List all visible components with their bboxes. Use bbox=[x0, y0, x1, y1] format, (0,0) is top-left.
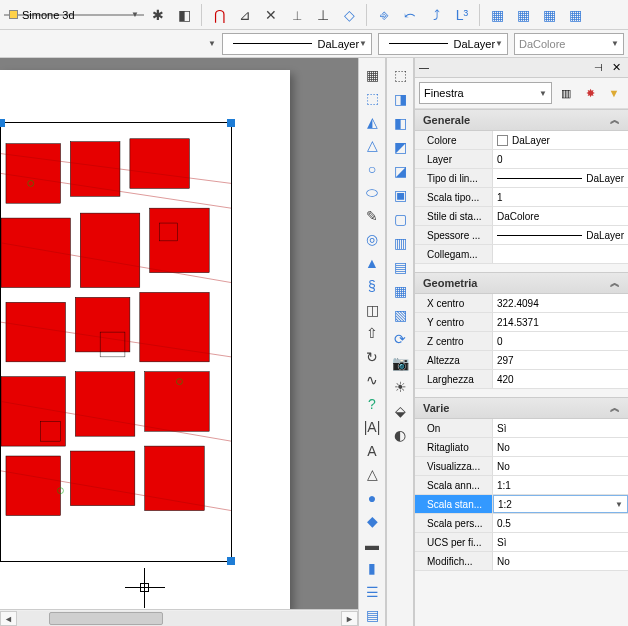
iso-nw-icon[interactable]: ◪ bbox=[388, 160, 412, 182]
sphere-icon[interactable]: ○ bbox=[360, 158, 384, 180]
layer-properties-icon[interactable]: ✱ bbox=[146, 3, 170, 27]
box-icon[interactable]: ⬚ bbox=[360, 88, 384, 110]
arrange-below-icon[interactable]: ▦ bbox=[563, 3, 587, 27]
prop-layer[interactable]: Layer 0 bbox=[415, 150, 628, 169]
prop-value[interactable]: DaLayer bbox=[493, 226, 628, 244]
prop-value[interactable]: 420 bbox=[493, 370, 628, 388]
viewport-grip[interactable] bbox=[227, 119, 235, 127]
ucs-world-icon[interactable]: ⎆ bbox=[372, 3, 396, 27]
prop-value[interactable]: DaColore bbox=[493, 207, 628, 225]
prop-ucsperfi[interactable]: UCS per fi... Sì bbox=[415, 533, 628, 552]
front-view-icon[interactable]: ▦ bbox=[388, 280, 412, 302]
solid-box-icon[interactable]: ◆ bbox=[360, 511, 384, 533]
render-icon[interactable]: ◐ bbox=[388, 424, 412, 446]
prop-value[interactable]: Sì bbox=[493, 533, 628, 551]
orbit-icon[interactable]: ⟳ bbox=[388, 328, 412, 350]
prop-on[interactable]: On Sì bbox=[415, 419, 628, 438]
prop-scalaann[interactable]: Scala ann... 1:1 bbox=[415, 476, 628, 495]
viewport-grip[interactable] bbox=[227, 557, 235, 565]
color-combo[interactable]: DaColore ▼ bbox=[514, 33, 624, 55]
linetype-combo-1[interactable]: DaLayer ▼ bbox=[222, 33, 372, 55]
drawing-workspace[interactable]: ◄ ► bbox=[0, 58, 358, 626]
snap-node-icon[interactable]: ◇ bbox=[337, 3, 361, 27]
linetype-combo-2[interactable]: DaLayer ▼ bbox=[378, 33, 508, 55]
prop-value[interactable]: 1 bbox=[493, 188, 628, 206]
drag-handle-icon[interactable]: — bbox=[419, 62, 429, 73]
wedge-icon[interactable]: ◭ bbox=[360, 111, 384, 133]
prop-scalatipo[interactable]: Scala tipo... 1 bbox=[415, 188, 628, 207]
iso-ne-icon[interactable]: ◩ bbox=[388, 136, 412, 158]
brush-icon[interactable]: ✎ bbox=[360, 205, 384, 227]
camera-icon[interactable]: 📷 bbox=[388, 352, 412, 374]
section-varie[interactable]: Varie ︽ bbox=[415, 397, 628, 419]
top-view-icon[interactable]: ▣ bbox=[388, 184, 412, 206]
prop-value[interactable]: 322.4094 bbox=[493, 294, 628, 312]
sweep-icon[interactable]: ∿ bbox=[360, 370, 384, 392]
left-view-icon[interactable]: ▥ bbox=[388, 232, 412, 254]
snap-midpoint-icon[interactable]: ⟂ bbox=[285, 3, 309, 27]
prop-ycentro[interactable]: Y centro 214.5371 bbox=[415, 313, 628, 332]
prop-zcentro[interactable]: Z centro 0 bbox=[415, 332, 628, 351]
arrange-back-icon[interactable]: ▦ bbox=[511, 3, 535, 27]
prop-value[interactable] bbox=[493, 245, 628, 263]
extrude-icon[interactable]: ⇧ bbox=[360, 323, 384, 345]
close-icon[interactable]: ✕ bbox=[609, 61, 624, 74]
scroll-track[interactable] bbox=[17, 611, 341, 626]
ucs-object-icon[interactable]: ⤴ bbox=[424, 3, 448, 27]
iso-sw-icon[interactable]: ◨ bbox=[388, 88, 412, 110]
magnet-icon[interactable]: ⋂ bbox=[207, 3, 231, 27]
prop-value[interactable]: No bbox=[493, 552, 628, 570]
section-general[interactable]: Generale ︽ bbox=[415, 109, 628, 131]
revolve-icon[interactable]: ↻ bbox=[360, 346, 384, 368]
pin-icon[interactable]: ⊣ bbox=[594, 62, 603, 73]
dimension-icon[interactable]: |A| bbox=[360, 417, 384, 439]
viewport-grip[interactable] bbox=[0, 119, 5, 127]
prop-value[interactable]: DaLayer bbox=[493, 131, 628, 149]
scroll-right-icon[interactable]: ► bbox=[341, 611, 358, 626]
prop-tipolinea[interactable]: Tipo di lin... DaLayer bbox=[415, 169, 628, 188]
loft-icon[interactable]: ☰ bbox=[360, 581, 384, 603]
planar-icon[interactable]: ◫ bbox=[360, 299, 384, 321]
snap-intersection-icon[interactable]: ✕ bbox=[259, 3, 283, 27]
layer-states-icon[interactable]: ◧ bbox=[172, 3, 196, 27]
solid-sphere-icon[interactable]: ● bbox=[360, 487, 384, 509]
prop-spessore[interactable]: Spessore ... DaLayer bbox=[415, 226, 628, 245]
prop-scalapers[interactable]: Scala pers... 0.5 bbox=[415, 514, 628, 533]
prop-xcentro[interactable]: X centro 322.4094 bbox=[415, 294, 628, 313]
chevron-down-icon[interactable]: ▼ bbox=[208, 39, 216, 48]
quick-select-icon[interactable]: ▥ bbox=[556, 83, 576, 103]
prop-colore[interactable]: Colore DaLayer bbox=[415, 131, 628, 150]
properties-titlebar[interactable]: — ⊣ ✕ bbox=[415, 58, 628, 78]
prop-value[interactable]: 0.5 bbox=[493, 514, 628, 532]
text-icon[interactable]: A bbox=[360, 440, 384, 462]
light-icon[interactable]: ☀ bbox=[388, 376, 412, 398]
grid-toggle-icon[interactable]: ▦ bbox=[360, 64, 384, 86]
prop-value[interactable]: 297 bbox=[493, 351, 628, 369]
prop-value[interactable]: 0 bbox=[493, 150, 628, 168]
torus-icon[interactable]: ◎ bbox=[360, 229, 384, 251]
right-view-icon[interactable]: ▤ bbox=[388, 256, 412, 278]
prop-value[interactable]: 214.5371 bbox=[493, 313, 628, 331]
scroll-thumb[interactable] bbox=[49, 612, 162, 625]
materials-icon[interactable]: ⬙ bbox=[388, 400, 412, 422]
slice-icon[interactable]: ▬ bbox=[360, 534, 384, 556]
prop-stilestampa[interactable]: Stile di sta... DaColore bbox=[415, 207, 628, 226]
prop-value[interactable]: DaLayer bbox=[493, 169, 628, 187]
view-cube-icon[interactable]: ⬚ bbox=[388, 64, 412, 86]
chevron-down-icon[interactable]: ▼ bbox=[615, 500, 623, 509]
prop-value[interactable]: 0 bbox=[493, 332, 628, 350]
prop-ritagliato[interactable]: Ritagliato No bbox=[415, 438, 628, 457]
ucs-3point-icon[interactable]: L³ bbox=[450, 3, 474, 27]
arrange-above-icon[interactable]: ▦ bbox=[537, 3, 561, 27]
pick-add-icon[interactable]: ✸ bbox=[580, 83, 600, 103]
prop-value[interactable]: No bbox=[493, 457, 628, 475]
snap-perpendicular-icon[interactable]: ⊥ bbox=[311, 3, 335, 27]
prop-value[interactable]: 1:1 bbox=[493, 476, 628, 494]
arrange-front-icon[interactable]: ▦ bbox=[485, 3, 509, 27]
cylinder-icon[interactable]: ⬭ bbox=[360, 182, 384, 204]
prop-scalastand[interactable]: Scala stan... 1:2 ▼ bbox=[415, 495, 628, 514]
snap-endpoint-icon[interactable]: ⊿ bbox=[233, 3, 257, 27]
back-view-icon[interactable]: ▧ bbox=[388, 304, 412, 326]
iso-se-icon[interactable]: ◧ bbox=[388, 112, 412, 134]
prop-visualizza[interactable]: Visualizza... No bbox=[415, 457, 628, 476]
